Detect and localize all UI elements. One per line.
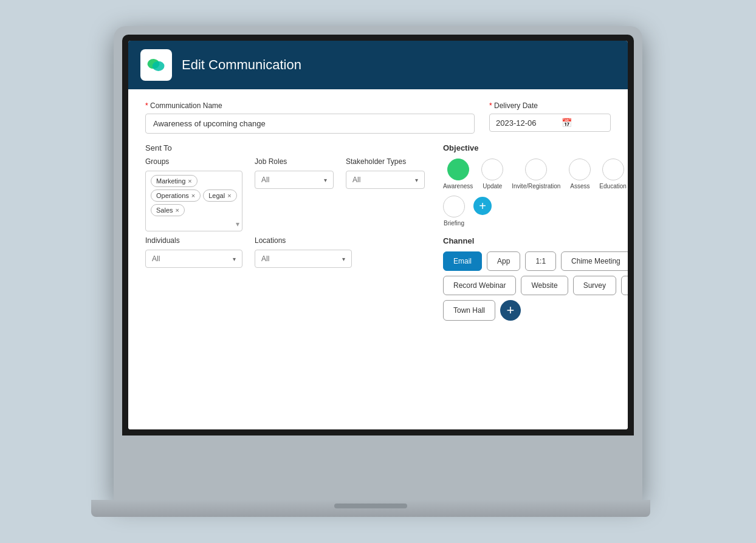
tag-operations-label: Operations: [156, 192, 189, 199]
tag-sales-remove[interactable]: ×: [176, 207, 179, 214]
individuals-group: Individuals All ▾: [145, 236, 242, 268]
channel-add-button[interactable]: +: [500, 300, 521, 321]
job-roles-select[interactable]: All ▾: [255, 171, 334, 189]
locations-chevron: ▾: [342, 256, 345, 262]
individuals-locations-row: Individuals All ▾ Locations: [145, 236, 425, 268]
app-header: Edit Communication: [128, 41, 628, 89]
delivery-date-group: Delivery Date 📅: [489, 101, 611, 134]
awareness-circle: [447, 159, 469, 180]
date-input-wrapper[interactable]: 📅: [489, 114, 611, 132]
education-label: Education: [599, 183, 626, 190]
sent-to-section: Sent To Groups Marketing: [145, 143, 425, 268]
channel-section: Channel Email App 1:1 Chime Meeting Reco…: [443, 236, 628, 321]
objective-briefing[interactable]: Briefing: [443, 196, 465, 227]
individuals-value: All: [152, 254, 160, 263]
app-logo: [140, 49, 172, 81]
page-title: Edit Communication: [182, 57, 301, 73]
groups-label: Groups: [145, 157, 242, 166]
channel-one-to-one[interactable]: 1:1: [525, 251, 556, 271]
left-column: Sent To Groups Marketing: [145, 143, 425, 321]
communication-name-group: Communication Name: [145, 101, 475, 134]
date-input[interactable]: [496, 118, 557, 128]
invite-label: Invite/Registration: [512, 183, 560, 190]
communication-name-label: Communication Name: [145, 101, 475, 110]
objective-invite[interactable]: Invite/Registration: [512, 159, 560, 190]
delivery-date-label: Delivery Date: [489, 101, 611, 110]
tag-legal-label: Legal: [208, 192, 225, 199]
invite-circle: [525, 159, 547, 180]
locations-label: Locations: [255, 236, 352, 245]
channel-app[interactable]: App: [487, 251, 520, 271]
briefing-label: Briefing: [444, 220, 464, 227]
objective-options-row2: Briefing +: [443, 196, 628, 227]
locations-select[interactable]: All ▾: [255, 250, 352, 268]
channel-podcast[interactable]: Podcast: [621, 276, 628, 295]
stakeholder-types-value: All: [352, 176, 360, 184]
objective-options-row1: Awareness Update Invite/Re: [443, 159, 628, 190]
objective-section: Objective Awareness Update: [443, 143, 628, 227]
locations-value: All: [261, 254, 269, 263]
tag-legal-remove[interactable]: ×: [227, 192, 231, 199]
tag-sales-label: Sales: [156, 207, 173, 214]
channel-survey[interactable]: Survey: [573, 276, 616, 295]
job-roles-label: Job Roles: [255, 157, 334, 166]
objective-education[interactable]: Education: [599, 159, 626, 190]
chat-icon: [145, 54, 167, 76]
individuals-select[interactable]: All ▾: [145, 250, 242, 268]
tag-sales[interactable]: Sales ×: [151, 204, 185, 216]
objective-assess[interactable]: Assess: [569, 159, 591, 190]
stakeholder-types-select[interactable]: All ▾: [346, 171, 425, 189]
laptop-base: [91, 500, 650, 517]
sent-to-label: Sent To: [145, 143, 425, 152]
form-body: Communication Name Delivery Date 📅: [128, 89, 628, 429]
channel-town-hall[interactable]: Town Hall: [443, 300, 495, 321]
locations-group: Locations All ▾: [255, 236, 352, 268]
individuals-label: Individuals: [145, 236, 242, 245]
tag-marketing-remove[interactable]: ×: [188, 177, 191, 185]
right-column: Objective Awareness Update: [443, 143, 628, 321]
tag-marketing[interactable]: Marketing ×: [151, 175, 198, 187]
briefing-circle: [443, 196, 465, 217]
objective-label: Objective: [443, 143, 628, 152]
communication-name-input[interactable]: [145, 114, 475, 134]
individuals-chevron: ▾: [233, 256, 236, 262]
channel-email[interactable]: Email: [443, 251, 482, 271]
objective-update[interactable]: Update: [481, 159, 503, 190]
svg-point-1: [153, 61, 165, 71]
sent-to-grid: Groups Marketing × Opera: [145, 157, 425, 231]
assess-circle: [569, 159, 591, 180]
tag-marketing-label: Marketing: [156, 177, 185, 185]
groups-col: Groups Marketing × Opera: [145, 157, 242, 231]
job-roles-value: All: [261, 176, 269, 184]
name-date-row: Communication Name Delivery Date 📅: [145, 101, 611, 134]
stakeholder-types-label: Stakeholder Types: [346, 157, 425, 166]
channel-record-webinar[interactable]: Record Webinar: [443, 276, 516, 295]
tag-legal[interactable]: Legal ×: [203, 190, 236, 202]
objective-add-button[interactable]: +: [473, 197, 492, 215]
awareness-label: Awareness: [443, 183, 473, 190]
channel-website[interactable]: Website: [521, 276, 568, 295]
channel-label: Channel: [443, 236, 628, 245]
update-circle: [481, 159, 503, 180]
stakeholder-types-chevron: ▾: [415, 177, 418, 183]
channel-chime-meeting[interactable]: Chime Meeting: [561, 251, 628, 271]
stakeholder-types-col: Stakeholder Types All ▾: [346, 157, 425, 231]
education-circle: [602, 159, 624, 180]
scroll-down-icon: ▾: [236, 220, 239, 228]
assess-label: Assess: [570, 183, 589, 190]
main-content-row: Sent To Groups Marketing: [145, 143, 611, 321]
objective-awareness[interactable]: Awareness: [443, 159, 473, 190]
groups-tag-container[interactable]: Marketing × Operations ×: [145, 171, 242, 231]
tag-operations[interactable]: Operations ×: [151, 190, 201, 202]
job-roles-chevron: ▾: [324, 177, 327, 183]
channel-buttons: Email App 1:1 Chime Meeting Record Webin…: [443, 251, 628, 321]
tag-operations-remove[interactable]: ×: [191, 192, 195, 199]
job-roles-col: Job Roles All ▾: [255, 157, 334, 231]
calendar-icon: 📅: [562, 118, 572, 128]
update-label: Update: [483, 183, 502, 190]
